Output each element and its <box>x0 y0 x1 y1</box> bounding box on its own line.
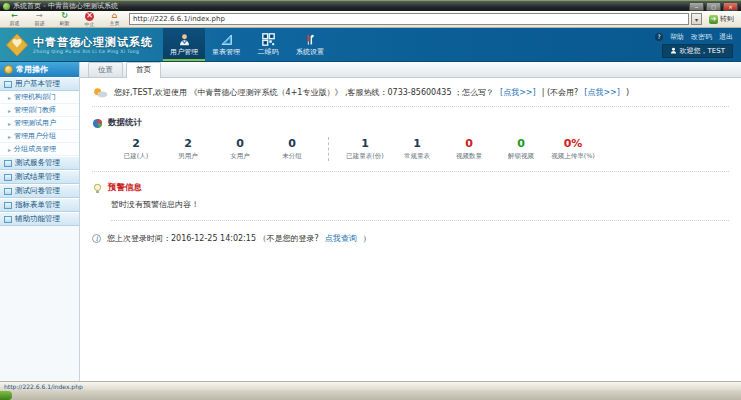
login-query-link[interactable]: 点我查询 <box>325 233 357 244</box>
qr-code-icon <box>261 33 275 46</box>
sidebar-section-indicator-forms[interactable]: 指标表单管理 <box>0 198 79 212</box>
set-square-icon <box>219 33 233 46</box>
folder-panel-icon <box>4 81 12 88</box>
bullet-arrow-icon: ▸ <box>8 146 11 153</box>
browser-logo-icon <box>3 3 10 10</box>
bullet-arrow-icon: ▸ <box>8 133 11 140</box>
stat-scales-created: 1 已建量表(份) <box>339 137 391 161</box>
folder-panel-icon <box>4 174 12 181</box>
info-icon: i <box>92 234 101 243</box>
site-title: 中青普德心理测试系统 <box>33 36 153 49</box>
folder-panel-icon <box>4 216 12 223</box>
site-title-pinyin: Zhong Qing Pu De Xin Li Ce Ping Xi Tong <box>33 49 153 54</box>
nav-tab-user-management[interactable]: 用户管理 <box>163 28 205 61</box>
stats-row: 2 已建(人) 2 男用户 0 女用户 0 未分组 <box>92 133 729 172</box>
site-logo: 中青普德心理测试系统 Zhong Qing Pu De Xin Li Ce Pi… <box>0 28 159 61</box>
stat-video-count: 0 视频数量 <box>443 137 495 161</box>
address-bar[interactable] <box>129 13 689 25</box>
nav-tab-system-settings[interactable]: 系统设置 <box>289 28 331 61</box>
stats-title: 数据统计 <box>108 117 142 129</box>
last-login-info: i 您上次登录时间：2016-12-25 14:02:15 （不是您的登录? 点… <box>92 233 729 244</box>
status-bar: http://222.6.6.1/index.php <box>0 381 741 390</box>
help-video-link-2[interactable]: [点我>>] <box>584 87 620 98</box>
home-button[interactable]: ⌂ 主页 <box>104 11 125 27</box>
stats-divider <box>328 137 329 161</box>
sidebar-section-user-management[interactable]: 用户基本管理 <box>0 77 79 91</box>
home-icon: ⌂ <box>112 12 118 20</box>
stat-ungrouped-users: 0 未分组 <box>266 137 318 161</box>
refresh-button[interactable]: ↻ 刷新 <box>54 11 75 27</box>
taskbar <box>0 390 741 400</box>
help-video-link-1[interactable]: [点我>>] <box>500 87 536 98</box>
address-dropdown-icon[interactable]: ▾ <box>691 13 702 25</box>
bullet-arrow-icon: ▸ <box>8 120 11 127</box>
stat-regular-scales: 1 常规量表 <box>391 137 443 161</box>
tab-home[interactable]: 首页 <box>126 62 161 78</box>
tab-location[interactable]: 位置 <box>88 62 123 77</box>
logout-link[interactable]: 退出 <box>719 32 733 42</box>
stat-video-upload-rate: 0% 视频上传率(%) <box>547 137 599 161</box>
help-link[interactable]: 帮助 <box>670 32 684 42</box>
main-nav: 用户管理 量表管理 <box>163 28 331 61</box>
sidebar-section-auxiliary-functions[interactable]: 辅助功能管理 <box>0 212 79 226</box>
change-password-link[interactable]: 改密码 <box>691 32 712 42</box>
sidebar-item-manage-user-groups[interactable]: ▸ 管理用户分组 <box>0 130 79 143</box>
stat-unlocked-videos: 0 解锁视频 <box>495 137 547 161</box>
sidebar-item-manage-department-teachers[interactable]: ▸ 管理部门教师 <box>0 104 79 117</box>
back-icon: ← <box>11 12 18 20</box>
help-icon: ? <box>655 33 663 41</box>
sidebar-item-common-operations[interactable]: 常用操作 <box>0 62 79 77</box>
titlebar: 系统首页 - 中青普德心理测试系统 ─ □ ✕ <box>0 0 741 11</box>
sidebar-section-test-service[interactable]: 测试服务管理 <box>0 156 79 170</box>
tools-icon <box>303 33 317 46</box>
sidebar-item-manage-test-users[interactable]: ▸ 管理测试用户 <box>0 117 79 130</box>
maximize-button[interactable]: □ <box>706 2 721 11</box>
stat-male-users: 2 男用户 <box>162 137 214 161</box>
stop-icon: ✕ <box>85 12 94 21</box>
sidebar: 常用操作 用户基本管理 ▸ 管理机构部门 ▸ 管理部门教师 ▸ 管理测试用户 ▸… <box>0 62 80 381</box>
warning-title: 预警信息 <box>108 182 142 194</box>
folder-panel-icon <box>4 202 12 209</box>
home-panel: 您好,TEST,欢迎使用 《中青普德心理测评系统（4+1专业版）》 ,客服热线：… <box>80 78 741 381</box>
user-avatar-icon <box>670 47 677 54</box>
go-arrow-icon: ➔ <box>709 15 718 24</box>
site-header: 中青普德心理测试系统 Zhong Qing Pu De Xin Li Ce Pi… <box>0 28 741 62</box>
sidebar-section-test-results[interactable]: 测试结果管理 <box>0 170 79 184</box>
folder-panel-icon <box>4 160 12 167</box>
sidebar-item-group-member-management[interactable]: ▸ 分组成员管理 <box>0 143 79 156</box>
sidebar-empty-area <box>0 226 79 381</box>
welcome-message: 您好,TEST,欢迎使用 《中青普德心理测评系统（4+1专业版）》 ,客服热线：… <box>92 87 729 107</box>
nav-tab-qrcode[interactable]: 二维码 <box>247 28 289 61</box>
nav-tab-scale-management[interactable]: 量表管理 <box>205 28 247 61</box>
browser-window: 系统首页 - 中青普德心理测试系统 ─ □ ✕ ← 后退 → 前进 ↻ 刷新 ✕… <box>0 0 741 400</box>
browser-toolbar: ← 后退 → 前进 ↻ 刷新 ✕ 中止 ⌂ 主页 ▾ ➔ 转到 <box>0 11 741 28</box>
stop-button[interactable]: ✕ 中止 <box>79 11 100 27</box>
weather-sun-icon <box>92 87 108 98</box>
content-tabstrip: 位置 首页 <box>80 62 741 78</box>
logo-shield-icon <box>5 33 29 57</box>
pie-chart-icon <box>92 118 103 129</box>
welcome-user-badge: 欢迎您，TEST <box>662 44 733 58</box>
common-operations-icon <box>4 65 13 74</box>
status-url: http://222.6.6.1/index.php <box>4 383 83 390</box>
close-button[interactable]: ✕ <box>723 2 738 11</box>
forward-button[interactable]: → 前进 <box>29 11 50 27</box>
window-title: 系统首页 - 中青普德心理测试系统 <box>13 1 118 11</box>
back-button[interactable]: ← 后退 <box>4 11 25 27</box>
go-button[interactable]: ➔ 转到 <box>706 14 737 24</box>
refresh-icon: ↻ <box>61 12 68 20</box>
warning-body: 暂时没有预警信息内容！ <box>111 199 729 221</box>
bullet-arrow-icon: ▸ <box>8 94 11 101</box>
minimize-button[interactable]: ─ <box>689 2 704 11</box>
main-content: 位置 首页 您好,TEST,欢迎使用 《中青普德心理测评系统（4+1专业版）》 … <box>80 62 741 381</box>
sidebar-item-manage-org-departments[interactable]: ▸ 管理机构部门 <box>0 91 79 104</box>
stat-users-total: 2 已建(人) <box>110 137 162 161</box>
forward-icon: → <box>36 12 43 20</box>
stat-female-users: 0 女用户 <box>214 137 266 161</box>
person-icon <box>177 33 191 46</box>
folder-panel-icon <box>4 188 12 195</box>
bullet-arrow-icon: ▸ <box>8 107 11 114</box>
lightbulb-icon <box>92 183 103 194</box>
sidebar-section-test-questionnaires[interactable]: 测试问卷管理 <box>0 184 79 198</box>
start-button[interactable] <box>0 391 12 400</box>
